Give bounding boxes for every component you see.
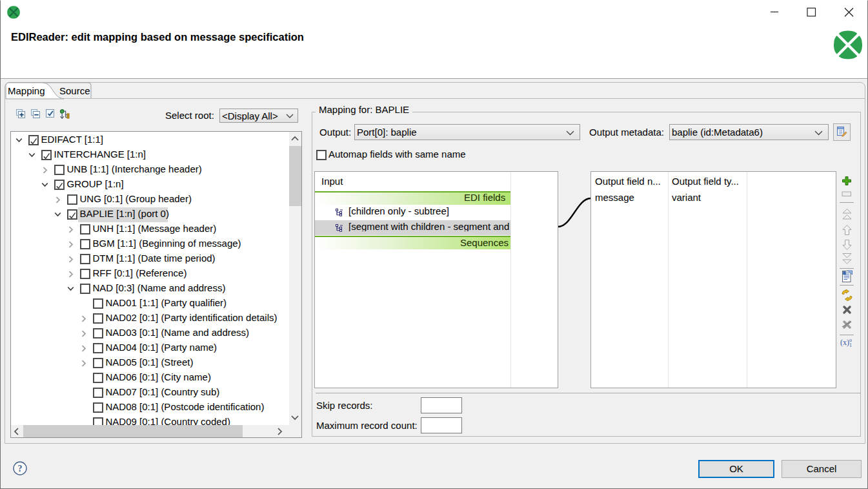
svg-text:?: ?	[18, 464, 23, 473]
